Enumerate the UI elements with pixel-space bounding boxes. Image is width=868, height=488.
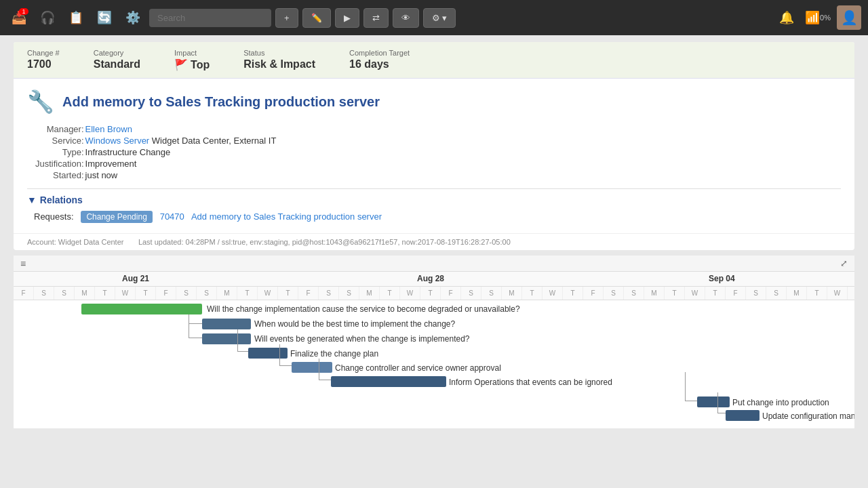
search-input[interactable] [149, 9, 271, 27]
meta-service-row: Service: Windows Server Widget Data Cent… [35, 136, 276, 146]
day-cell: T [807, 287, 827, 300]
triangle-icon: ▼ [27, 195, 37, 205]
gantt-bar-6[interactable] [331, 376, 446, 387]
eye-button[interactable]: 👁 [393, 8, 419, 28]
connector-h-5 [319, 380, 331, 380]
day-cell: S [461, 287, 481, 300]
request-number-link[interactable]: 70470 [160, 211, 184, 222]
day-cell: T [278, 287, 298, 300]
day-cell: T [420, 287, 441, 300]
day-cell: M [75, 287, 95, 300]
justification-label: Justification: [35, 159, 84, 169]
flow-button[interactable]: ⇄ [363, 8, 389, 28]
change-category-field: Category Standard [94, 49, 140, 70]
day-cell: W [685, 287, 705, 300]
day-cell: M [502, 287, 522, 300]
day-cell: M [787, 287, 807, 300]
refresh-icon[interactable]: 🔄 [92, 5, 117, 30]
day-cell: T [136, 287, 156, 300]
gantt-bar-8[interactable] [726, 410, 760, 421]
avatar[interactable]: 👤 [837, 5, 861, 30]
connector-v-7 [717, 392, 718, 413]
gantt-area: ≡ ⤢ Aug 21 Aug 28 Sep 04 F S S M T W T F… [14, 256, 854, 428]
month-aug21: Aug 21 [122, 274, 149, 283]
service-value: Windows Server Widget Data Center, Exter… [85, 136, 277, 146]
change-meta: Manager: Ellen Brown Service: Windows Se… [34, 123, 841, 182]
change-title: Add memory to Sales Tracking production … [62, 94, 380, 110]
relations-title: ▼ Relations [27, 195, 841, 205]
manager-link[interactable]: Ellen Brown [85, 124, 132, 134]
flag-icon: 🚩 [174, 58, 188, 71]
started-value: just now [85, 170, 277, 180]
request-title-link[interactable]: Add memory to Sales Tracking production … [191, 211, 382, 222]
connector-h-1 [189, 323, 202, 324]
day-cell: S [54, 287, 75, 300]
gantt-collapse-icon[interactable]: ≡ [20, 258, 26, 269]
gantt-bar-4[interactable] [248, 348, 288, 359]
change-number-label: Change # [27, 49, 60, 57]
change-impact-label: Impact [174, 49, 210, 57]
edit-button[interactable]: ✏️ [302, 8, 331, 28]
day-cell: W [115, 287, 136, 300]
timeline-days: F S S M T W T F S S M T W T F S S M T W [14, 287, 854, 300]
connector-h-7 [717, 413, 726, 413]
account-text: Account: Widget Data Center [27, 238, 123, 246]
day-cell: W [827, 287, 848, 300]
gantt-label-7: Put change into production [732, 398, 829, 407]
change-body: 🔧 Add memory to Sales Tracking productio… [14, 79, 854, 233]
change-status-value: Risk & Impact [243, 58, 315, 70]
day-cell: W [400, 287, 420, 300]
day-cell: T [95, 287, 115, 300]
change-completion-field: Completion Target 16 days [349, 49, 410, 70]
change-footer: Account: Widget Data Center Last updated… [14, 233, 854, 250]
add-button[interactable]: + [275, 8, 298, 28]
relations-content: Requests: Change Pending 70470 Add memor… [27, 211, 841, 223]
gear-button[interactable]: ⚙ ▾ [423, 8, 456, 28]
gantt-bar-3[interactable] [202, 333, 251, 344]
change-completion-label: Completion Target [349, 49, 410, 57]
day-cell: F [298, 287, 319, 300]
service-extra: Widget Data Center, External IT [152, 136, 277, 146]
gantt-label-2: When would be the best time to implement… [254, 319, 455, 329]
gantt-label-6: Inform Operations that events can be ign… [449, 378, 612, 387]
day-cell: S [176, 287, 197, 300]
play-button[interactable]: ▶ [335, 8, 359, 28]
meta-justification-row: Justification: Improvement [35, 159, 276, 169]
day-cell: T [705, 287, 726, 300]
bell-icon[interactable]: 🔔 [774, 5, 799, 30]
day-cell: T [237, 287, 258, 300]
day-cell: T [380, 287, 400, 300]
manager-value: Ellen Brown [85, 124, 277, 134]
day-cell: T [665, 287, 685, 300]
gantt-bar-7[interactable] [697, 396, 730, 407]
filter-icon[interactable]: ⚙️ [121, 5, 145, 30]
gantt-bar-2[interactable] [202, 319, 251, 329]
day-cell: S [197, 287, 217, 300]
day-cell: S [34, 287, 54, 300]
manager-label: Manager: [35, 124, 84, 134]
change-category-value: Standard [94, 58, 140, 70]
connector-h-6 [685, 401, 697, 401]
day-cell: W [258, 287, 278, 300]
toolbar: 📥 1 🎧 📋 🔄 ⚙️ + ✏️ ▶ ⇄ 👁 ⚙ ▾ 🔔 📶 0% 👤 [0, 0, 868, 35]
change-card: Change # 1700 Category Standard Impact 🚩… [14, 42, 854, 250]
timeline-months: Aug 21 Aug 28 Sep 04 [14, 272, 854, 287]
inbox-icon[interactable]: 📥 1 [7, 5, 31, 30]
connector-v-6 [685, 372, 686, 401]
type-value: Infrastructure Change [85, 147, 277, 157]
connector-v-2 [189, 314, 189, 338]
signal-icon[interactable]: 📶 0% [806, 5, 830, 30]
clipboard-icon[interactable]: 📋 [64, 5, 88, 30]
gantt-expand-icon[interactable]: ⤢ [840, 258, 848, 268]
gantt-bar-5[interactable] [292, 362, 332, 373]
meta-started-row: Started: just now [35, 170, 276, 180]
service-link[interactable]: Windows Server [85, 136, 150, 146]
meta-manager-row: Manager: Ellen Brown [35, 124, 276, 134]
started-label: Started: [35, 170, 84, 180]
day-cell: S [746, 287, 766, 300]
wrench-icon: 🔧 [27, 89, 54, 115]
headset-icon[interactable]: 🎧 [35, 5, 60, 30]
day-cell: S [319, 287, 339, 300]
gantt-bar-1[interactable] [81, 304, 202, 314]
change-impact-value: 🚩 Top [174, 58, 210, 71]
